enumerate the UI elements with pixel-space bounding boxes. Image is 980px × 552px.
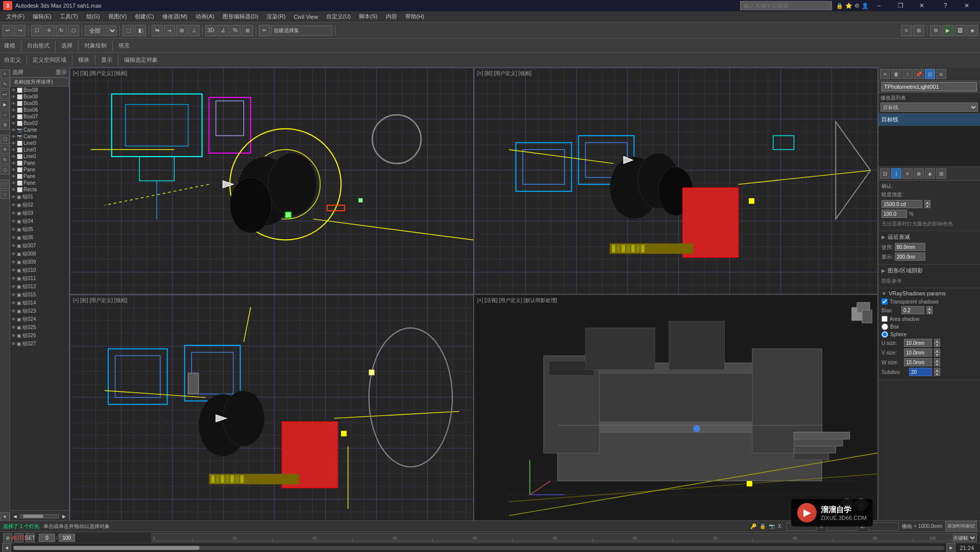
menu-render[interactable]: 渲染(R)	[262, 12, 289, 21]
scene-list-item[interactable]: 👁 ▣ 组012	[10, 283, 69, 291]
timeline-autokey-btn[interactable]: AUTO	[14, 533, 23, 542]
move-button[interactable]: ✛	[43, 25, 55, 36]
scene-list-item[interactable]: 👁 ▣ 组025	[10, 323, 69, 332]
vtool-rotate[interactable]: ↻	[1, 155, 10, 164]
quick-align-btn[interactable]: ⊞	[176, 25, 187, 36]
tl-scroll-right[interactable]: ►	[946, 543, 955, 553]
scene-list-item[interactable]: 👁 ⬜ Line0	[10, 140, 69, 146]
scroll-right[interactable]: ►	[61, 513, 67, 519]
rp-mod-icon6[interactable]: ⊞	[936, 168, 946, 179]
render-btn[interactable]: ▶	[942, 25, 953, 36]
viewport-bottom-left[interactable]: [+] [前] [用户定义] [线框]	[69, 294, 474, 521]
rp-mod-icon4[interactable]: ⊕	[914, 168, 924, 179]
rp-mod-icon1[interactable]: ⊡	[880, 168, 890, 179]
edit-named-selection[interactable]: ✏	[259, 25, 270, 36]
vtool-scale[interactable]: ⬡	[1, 165, 10, 174]
scene-list-item[interactable]: 👁 ▣ 组026	[10, 332, 69, 340]
rp-options-btn[interactable]: ≡	[936, 69, 946, 79]
sort-button[interactable]: 名称(按升序排序)	[10, 78, 69, 87]
scene-list-item[interactable]: 👁 ⬜ Box08	[10, 87, 69, 93]
tl-scroll-left[interactable]: ◄	[2, 543, 11, 553]
vtool-modify[interactable]: ✎	[1, 80, 10, 89]
scene-list-item[interactable]: 👁 ⬜ Pane	[10, 160, 69, 166]
rp-active-btn[interactable]: ⊡	[925, 69, 935, 79]
shadow-end-input[interactable]	[895, 253, 925, 261]
rp-delete-btn[interactable]: 🗑	[891, 69, 901, 79]
menu-script[interactable]: 脚本(S)	[355, 12, 382, 21]
select-region-btn[interactable]: ⬚	[122, 25, 134, 36]
scene-list-item[interactable]: 👁 ▣ 组06	[10, 234, 69, 242]
normal-align-btn[interactable]: ⊥	[188, 25, 200, 36]
timeline-keymode-btn[interactable]: ⊘	[3, 533, 12, 542]
menu-graph-editor[interactable]: 图形编辑器(D)	[218, 12, 262, 21]
align-btn[interactable]: ⫤	[164, 25, 175, 36]
percent-input[interactable]	[881, 210, 907, 218]
menu-edit[interactable]: 编辑(E)	[29, 12, 56, 21]
vtool-create[interactable]: +	[1, 69, 10, 79]
scene-list-item[interactable]: 👁 ⬜ Recta	[10, 186, 69, 193]
scene-list-item[interactable]: 👁 ▣ 组024	[10, 315, 69, 323]
scene-list-item[interactable]: 👁 ▣ 组01	[10, 193, 69, 201]
rotate-button[interactable]: ↻	[56, 25, 67, 36]
menu-content[interactable]: 内容	[382, 12, 401, 21]
scene-list-item[interactable]: 👁 ▣ 组03	[10, 209, 69, 217]
scene-list-item[interactable]: 👁 ▣ 组027	[10, 340, 69, 348]
subdivs-input[interactable]	[909, 368, 932, 376]
scene-list-item[interactable]: 👁 ⬜ Box05	[10, 100, 69, 107]
transparent-checkbox[interactable]	[881, 298, 888, 305]
nav-cube[interactable]	[847, 300, 872, 325]
spinner-snap[interactable]: ⊞	[242, 25, 253, 36]
redo-button[interactable]: ↪	[14, 25, 26, 36]
intensity-down[interactable]: ▼	[924, 204, 930, 208]
scene-list-item[interactable]: 👁 ⬜ Line0	[10, 146, 69, 153]
scene-list-item[interactable]: 👁 ⬜ Pane	[10, 173, 69, 180]
scene-list-item[interactable]: 👁 📷 Came	[10, 133, 69, 140]
scene-list-item[interactable]: 👁 ▣ 组011	[10, 274, 69, 283]
menu-create[interactable]: 创建(C)	[131, 12, 158, 21]
vtool-motion[interactable]: ▶	[1, 100, 10, 109]
named-selection-input[interactable]	[271, 26, 332, 36]
close-button[interactable]: ✕	[912, 0, 932, 11]
menu-civil-view[interactable]: Civil View	[289, 13, 322, 21]
frame-end-input[interactable]	[59, 534, 75, 542]
shadow-start-input[interactable]	[895, 243, 925, 251]
tl-scroll-thumb[interactable]	[13, 546, 200, 550]
bias-down[interactable]: ▼	[926, 310, 933, 314]
radio-box-input[interactable]	[881, 323, 888, 330]
coord-z-input[interactable]	[868, 522, 899, 531]
vsize-down[interactable]: ▼	[934, 353, 940, 357]
select-button[interactable]: ☐	[31, 25, 42, 36]
snap-toggle[interactable]: 3D	[205, 25, 216, 36]
menu-modifier[interactable]: 修改器(M)	[158, 12, 192, 21]
scene-list-item[interactable]: 👁 ▣ 组04	[10, 217, 69, 225]
vsize-up[interactable]: ▲	[934, 348, 940, 353]
scroll-track[interactable]	[20, 514, 59, 518]
rp-pin-btn[interactable]: 📌	[914, 69, 924, 79]
usize-down[interactable]: ▼	[934, 343, 940, 347]
material-editor-btn[interactable]: ◈	[967, 25, 978, 36]
scroll-left[interactable]: ◄	[12, 513, 18, 519]
add-time-tag-btn[interactable]: 添加时间标记	[945, 521, 977, 532]
object-name-input[interactable]	[881, 82, 977, 91]
close-app-button[interactable]: ✕	[957, 0, 977, 11]
usize-input[interactable]	[904, 339, 932, 347]
vtool-hierarchy[interactable]: ⊷	[1, 90, 10, 99]
help-button[interactable]: ?	[935, 0, 955, 11]
menu-group[interactable]: 组(G)	[82, 12, 104, 21]
restore-button[interactable]: ❐	[890, 0, 911, 11]
scene-list-item[interactable]: 👁 ▣ 组02	[10, 201, 69, 209]
bias-up[interactable]: ▲	[926, 306, 933, 310]
area-shadow-checkbox[interactable]	[881, 316, 888, 322]
subdivs-down[interactable]: ▼	[934, 372, 940, 376]
radio-sphere-input[interactable]	[881, 331, 888, 338]
modifier-dropdown[interactable]: 目标线	[880, 103, 978, 112]
bias-input[interactable]	[901, 306, 924, 314]
scene-list-item[interactable]: 👁 ▣ 组010	[10, 266, 69, 274]
viewport-bottom-right[interactable]: [+] [活视] [用户定义] [默认明影处理] 总计 多边形: 2,831,3…	[474, 294, 878, 521]
vtool-box-select[interactable]: ⬚	[1, 180, 10, 189]
scene-list-item[interactable]: 👁 ⬜ Box06	[10, 107, 69, 113]
rp-mod-icon3[interactable]: ≡	[902, 168, 913, 179]
scroll-thumb[interactable]	[23, 515, 43, 518]
wsize-down[interactable]: ▼	[934, 362, 940, 366]
scene-list-item[interactable]: 👁 ▣ 组009	[10, 258, 69, 266]
